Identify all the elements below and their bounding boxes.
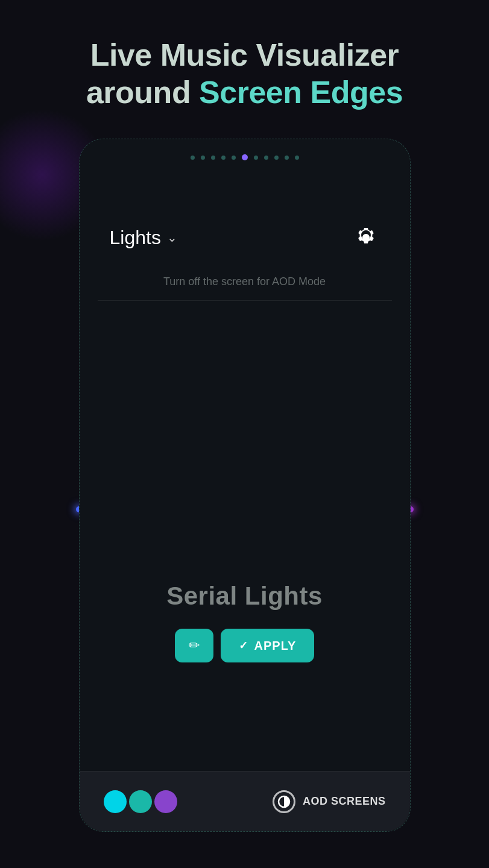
carousel-dot-3: [211, 156, 215, 160]
aod-screens-label: AOD SCREENS: [303, 795, 386, 808]
carousel-dots: [191, 154, 299, 160]
carousel-dot-11: [295, 156, 299, 160]
main-title: Live Music Visualizer around Screen Edge…: [36, 36, 453, 112]
carousel-dot-2: [201, 156, 205, 160]
aod-hint-text: Turn off the screen for AOD Mode: [80, 269, 410, 300]
phone-mockup: Lights ⌄ Turn off the screen for AOD Mod…: [79, 139, 411, 832]
edit-button[interactable]: ✏: [175, 629, 213, 662]
check-icon: ✓: [239, 639, 248, 652]
title-line2: around Screen Edges: [86, 75, 403, 110]
carousel-dot-7: [254, 156, 258, 160]
title-area: Live Music Visualizer around Screen Edge…: [0, 0, 489, 130]
lights-label: Lights: [110, 227, 161, 249]
color-theme-selector[interactable]: [104, 790, 177, 813]
aod-screens-icon: [273, 790, 295, 813]
color-dot-cyan[interactable]: [104, 790, 127, 813]
half-circle-icon: [277, 795, 291, 808]
carousel-dot-1: [191, 156, 195, 160]
bottom-nav: AOD SCREENS: [80, 771, 410, 831]
action-buttons: ✏ ✓ APPLY: [175, 629, 315, 662]
center-content: Serial Lights ✏ ✓ APPLY: [80, 582, 410, 662]
phone-frame: Lights ⌄ Turn off the screen for AOD Mod…: [79, 139, 411, 832]
aod-screens-button[interactable]: AOD SCREENS: [273, 790, 386, 813]
header-divider: [98, 300, 392, 301]
carousel-dot-active: [242, 154, 248, 160]
lights-dropdown[interactable]: Lights ⌄: [110, 227, 177, 249]
settings-button[interactable]: [352, 224, 380, 251]
carousel-dot-9: [274, 156, 279, 160]
color-dot-teal[interactable]: [129, 790, 152, 813]
carousel-dot-4: [221, 156, 226, 160]
pencil-icon: ✏: [189, 638, 200, 653]
apply-label: APPLY: [254, 639, 297, 653]
gear-icon: [354, 225, 378, 250]
title-line1: Live Music Visualizer: [90, 37, 399, 72]
serial-lights-title: Serial Lights: [166, 582, 323, 611]
apply-button[interactable]: ✓ APPLY: [221, 629, 315, 662]
carousel-dot-10: [285, 156, 289, 160]
color-dot-purple[interactable]: [154, 790, 177, 813]
chevron-down-icon: ⌄: [167, 230, 177, 245]
carousel-dot-5: [232, 156, 236, 160]
phone-inner: Lights ⌄ Turn off the screen for AOD Mod…: [80, 139, 410, 831]
carousel-dot-8: [264, 156, 268, 160]
